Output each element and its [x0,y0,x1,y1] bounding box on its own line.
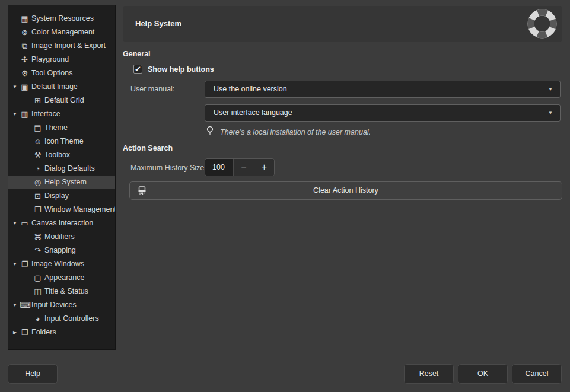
theme-icon: ▤ [33,121,43,135]
expander-expanded-icon[interactable]: ▼ [10,298,20,312]
sidebar-item-label: Input Controllers [44,312,99,326]
sidebar-item-modifiers[interactable]: ⌘Modifiers [8,230,115,244]
page-header: Help System [123,6,562,42]
clear-action-history-label: Clear Action History [313,186,378,195]
page-title: Help System [135,19,181,28]
sidebar-item-interface[interactable]: ▼▥Interface [8,107,115,121]
show-help-buttons-row: ✔ Show help buttons [133,65,214,74]
modifiers-icon: ⌘ [33,230,43,244]
sidebar-item-label: Tool Options [31,66,72,80]
display-icon: ⊡ [33,189,43,203]
preferences-category-list: ▦System Resources⊚Color Management⧉Image… [8,5,116,350]
sidebar-item-tool-options[interactable]: ⚙Tool Options [8,66,115,80]
lightbulb-icon [206,126,214,138]
life-buoy-icon [527,8,558,42]
show-help-buttons-label: Show help buttons [148,65,214,74]
folders-icon: ❒ [20,326,30,339]
sidebar-item-color-management[interactable]: ⊚Color Management [8,26,115,39]
sidebar-item-label: Default Image [31,80,78,94]
help-system-icon: ◎ [33,176,43,189]
sidebar-item-snapping[interactable]: ↷Snapping [8,244,115,257]
snapping-icon: ↷ [33,244,43,257]
window-management-icon: ❐ [33,203,43,216]
color-management-icon: ⊚ [20,26,30,39]
user-manual-value: Use the online version [214,85,287,93]
sidebar-item-label: Folders [31,326,56,339]
expander-collapsed-icon[interactable]: ▶ [10,326,20,339]
icon-theme-icon: ☺ [33,135,43,148]
sidebar-item-playground[interactable]: ✣Playground [8,53,115,66]
expander-expanded-icon[interactable]: ▼ [10,107,20,121]
sidebar-item-label: Color Management [31,26,94,39]
reset-button[interactable]: Reset [404,364,454,384]
sidebar-item-label: Icon Theme [44,135,84,148]
sidebar-item-help-system[interactable]: ◎Help System [8,176,115,189]
expander-expanded-icon[interactable]: ▼ [10,80,20,94]
help-button[interactable]: Help [8,364,58,384]
expander-expanded-icon[interactable]: ▼ [10,216,20,230]
sidebar-item-label: Snapping [44,244,76,257]
increment-button[interactable]: + [254,159,274,176]
sidebar-item-label: Title & Status [44,285,88,298]
sidebar-item-label: Modifiers [44,230,75,244]
sidebar-item-label: Image Import & Export [31,39,106,53]
sidebar-item-input-controllers[interactable]: ◕Input Controllers [8,312,115,326]
manual-tip-row: There’s a local installation of the user… [206,126,371,138]
sidebar-item-label: Interface [31,107,60,121]
ok-button[interactable]: OK [458,364,508,384]
checkmark-icon: ✔ [135,65,141,74]
appearance-icon: ▢ [33,271,43,285]
clear-action-history-button[interactable]: Clear Action History [129,181,562,200]
max-history-size-label: Maximum History Size: [130,164,206,172]
expander-expanded-icon[interactable]: ▼ [10,257,20,271]
sidebar-item-label: Canvas Interaction [31,216,93,230]
sidebar-item-appearance[interactable]: ▢Appearance [8,271,115,285]
user-manual-label: User manual: [130,85,174,93]
interface-icon: ▥ [20,107,30,121]
sidebar-item-display[interactable]: ⊡Display [8,189,115,203]
sidebar-item-window-management[interactable]: ❐Window Management [8,203,115,216]
playground-icon: ✣ [20,53,30,66]
tool-options-icon: ⚙ [20,66,30,80]
manual-language-dropdown[interactable]: User interface language ▼ [205,104,561,122]
image-windows-icon: ❐ [20,257,30,271]
sidebar-item-folders[interactable]: ▶❒Folders [8,326,115,339]
system-resources-icon: ▦ [20,12,30,26]
input-controllers-icon: ◕ [33,312,43,326]
sidebar-item-default-grid[interactable]: ⊞Default Grid [8,94,115,107]
sidebar-item-label: Theme [44,121,68,135]
user-manual-dropdown[interactable]: Use the online version ▼ [205,81,561,98]
sidebar-item-label: Toolbox [44,148,70,162]
image-import-export-icon: ⧉ [20,39,30,53]
sidebar-item-theme[interactable]: ▤Theme [8,121,115,135]
default-image-icon: ▣ [20,80,30,94]
cancel-button[interactable]: Cancel [512,364,562,384]
preferences-dialog: { "header": { "title": "Help System", "i… [0,0,570,392]
sidebar-item-label: System Resources [31,12,94,26]
max-history-size-input[interactable]: 100 [205,159,233,176]
max-history-size-stepper: 100 − + [205,158,275,176]
action-search-section-heading: Action Search [123,144,173,152]
sidebar-item-default-image[interactable]: ▼▣Default Image [8,80,115,94]
decrement-button[interactable]: − [233,159,254,176]
manual-tip-text: There’s a local installation of the user… [220,128,371,136]
sidebar-item-system-resources[interactable]: ▦System Resources [8,12,115,26]
sidebar-item-canvas-interaction[interactable]: ▼▭Canvas Interaction [8,216,115,230]
sidebar-item-label: Help System [44,176,87,189]
sidebar-item-image-windows[interactable]: ▼❐Image Windows [8,257,115,271]
title-status-icon: ◫ [33,285,43,298]
sidebar-item-label: Display [44,189,69,203]
sidebar-item-label: Image Windows [31,257,84,271]
show-help-buttons-checkbox[interactable]: ✔ [133,65,142,74]
sidebar-item-toolbox[interactable]: ⚒Toolbox [8,148,115,162]
sidebar-item-input-devices[interactable]: ▼⌨Input Devices [8,298,115,312]
shredder-icon [137,186,147,203]
chevron-down-icon: ▼ [548,81,553,97]
sidebar-item-icon-theme[interactable]: ☺Icon Theme [8,135,115,148]
sidebar-item-image-import-export[interactable]: ⧉Image Import & Export [8,39,115,53]
default-grid-icon: ⊞ [33,94,43,107]
general-section-heading: General [123,50,151,58]
sidebar-item-title-status[interactable]: ◫Title & Status [8,285,115,298]
sidebar-item-dialog-defaults[interactable]: ◔Dialog Defaults [8,162,115,176]
toolbox-icon: ⚒ [33,148,43,162]
